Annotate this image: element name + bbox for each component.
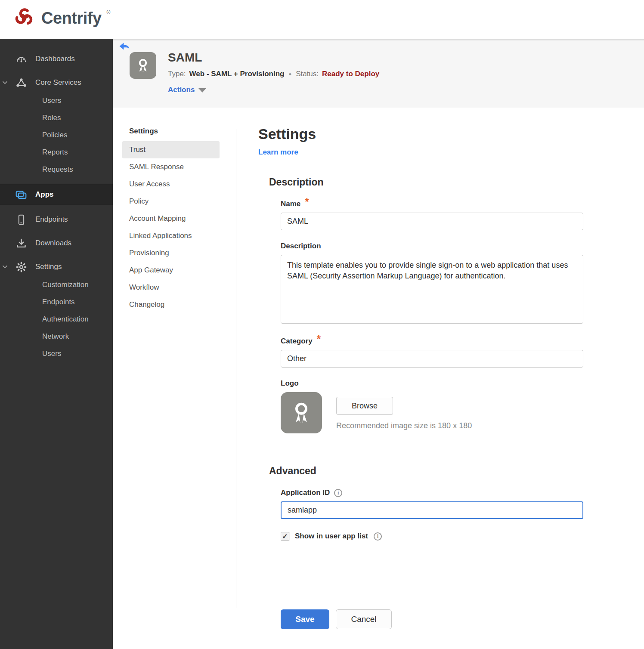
subnav-header: Settings	[122, 127, 220, 141]
subnav-item-policy[interactable]: Policy	[122, 193, 220, 210]
sidebar-item-requests[interactable]: Requests	[0, 161, 113, 178]
category-label: Category	[281, 337, 313, 346]
application-id-label: Application ID	[281, 488, 330, 497]
page-title: Settings	[258, 126, 585, 142]
info-icon[interactable]: i	[334, 489, 342, 497]
sidebar-item-label: Users	[42, 96, 61, 105]
sidebar-item-downloads[interactable]: Downloads	[0, 234, 113, 253]
ribbon-icon	[289, 400, 314, 425]
logo-size-hint: Recommended image size is 180 x 180	[336, 421, 472, 430]
info-icon[interactable]: i	[374, 532, 382, 541]
actions-menu-button[interactable]: Actions	[168, 86, 206, 94]
sidebar-item-network[interactable]: Network	[0, 328, 113, 345]
sidebar-item-label: Network	[42, 332, 69, 341]
description-label: Description	[281, 242, 321, 250]
centrify-logo[interactable]: Centrify ®	[12, 5, 110, 31]
subnav-item-changelog[interactable]: Changelog	[122, 296, 220, 313]
sidebar-item-label: Users	[42, 349, 61, 358]
description-field[interactable]: This template enables you to provide sin…	[281, 255, 583, 324]
sidebar-item-settings[interactable]: Settings	[0, 257, 113, 276]
name-field[interactable]	[281, 213, 583, 230]
sidebar-item-label: Customization	[42, 281, 89, 289]
sidebar-item-label: Downloads	[35, 239, 71, 247]
actions-label: Actions	[168, 86, 195, 94]
type-label: Type:	[168, 70, 186, 78]
subnav-item-trust[interactable]: Trust	[122, 141, 220, 158]
status-label: Status:	[296, 70, 319, 78]
sidebar-item-core-services[interactable]: Core Services	[0, 73, 113, 92]
sidebar-item-endpoints[interactable]: Endpoints	[0, 294, 113, 311]
logo-preview	[281, 392, 322, 433]
description-section-heading: Description	[269, 176, 585, 188]
chevron-down-icon[interactable]	[2, 81, 8, 85]
required-asterisk: *	[305, 199, 309, 204]
meta-dot: •	[288, 70, 291, 78]
sidebar-item-label: Apps	[35, 190, 54, 199]
app-header: SAML Type: Web - SAML + Provisioning • S…	[113, 39, 644, 108]
sidebar-item-label: Settings	[35, 263, 62, 271]
sidebar-item-label: Core Services	[35, 78, 81, 87]
name-label: Name	[281, 200, 300, 208]
learn-more-link[interactable]: Learn more	[258, 148, 298, 157]
show-in-app-list-checkbox[interactable]: ✓	[281, 532, 289, 541]
sidebar-item-label: Endpoints	[35, 215, 68, 224]
settings-icon	[15, 261, 28, 273]
chevron-down-icon[interactable]	[2, 265, 8, 269]
brand-name: Centrify	[41, 5, 102, 31]
app-meta: Type: Web - SAML + Provisioning • Status…	[168, 70, 379, 78]
sidebar-item-label: Reports	[42, 148, 68, 157]
sidebar: DashboardsCore ServicesUsersRolesPolicie…	[0, 39, 113, 649]
subnav-item-account-mapping[interactable]: Account Mapping	[122, 210, 220, 227]
brand-trademark: ®	[107, 9, 111, 15]
sidebar-item-reports[interactable]: Reports	[0, 144, 113, 161]
checkmark-icon: ✓	[282, 532, 288, 541]
app-subnav: SettingsTrustSAML ResponseUser AccessPol…	[122, 127, 220, 313]
app-title: SAML	[168, 51, 202, 65]
content-area: SettingsTrustSAML ResponseUser AccessPol…	[113, 108, 644, 649]
category-field[interactable]	[281, 350, 583, 368]
sidebar-item-label: Requests	[42, 165, 73, 174]
dashboards-icon	[15, 53, 28, 65]
sidebar-item-label: Dashboards	[35, 55, 75, 63]
sidebar-item-users[interactable]: Users	[0, 92, 113, 109]
sidebar-item-label: Roles	[42, 114, 61, 122]
sidebar-item-policies[interactable]: Policies	[0, 127, 113, 144]
endpoints-icon	[15, 213, 28, 226]
downloads-icon	[15, 237, 28, 249]
sidebar-item-label: Endpoints	[42, 298, 75, 306]
app-logo-thumbnail	[130, 52, 156, 79]
subnav-item-workflow[interactable]: Workflow	[122, 279, 220, 296]
sidebar-item-customization[interactable]: Customization	[0, 276, 113, 294]
subnav-item-saml-response[interactable]: SAML Response	[122, 158, 220, 176]
application-id-field[interactable]	[281, 501, 583, 519]
status-badge: Ready to Deploy	[322, 70, 379, 78]
subnav-item-app-gateway[interactable]: App Gateway	[122, 262, 220, 279]
centrify-logo-icon	[12, 5, 36, 31]
ribbon-icon	[135, 57, 151, 74]
required-asterisk: *	[317, 337, 321, 342]
back-arrow-icon[interactable]	[119, 42, 130, 52]
save-button[interactable]: Save	[281, 609, 329, 629]
type-value: Web - SAML + Provisioning	[189, 70, 285, 78]
core-services-icon	[15, 77, 28, 89]
advanced-section-heading: Advanced	[269, 465, 585, 477]
top-bar: Centrify ®	[0, 0, 644, 39]
sidebar-item-label: Policies	[42, 131, 68, 139]
sidebar-item-label: Authentication	[42, 315, 89, 324]
sidebar-item-roles[interactable]: Roles	[0, 109, 113, 127]
sidebar-item-endpoints[interactable]: Endpoints	[0, 210, 113, 229]
sidebar-item-apps[interactable]: Apps	[0, 184, 113, 205]
cancel-button[interactable]: Cancel	[336, 609, 392, 629]
vertical-divider	[236, 129, 236, 608]
chevron-down-icon	[198, 88, 206, 93]
subnav-item-provisioning[interactable]: Provisioning	[122, 244, 220, 262]
sidebar-item-dashboards[interactable]: Dashboards	[0, 49, 113, 68]
apps-icon	[15, 189, 28, 201]
sidebar-item-authentication[interactable]: Authentication	[0, 311, 113, 328]
subnav-item-user-access[interactable]: User Access	[122, 176, 220, 193]
subnav-item-linked-applications[interactable]: Linked Applications	[122, 227, 220, 244]
sidebar-item-users[interactable]: Users	[0, 345, 113, 362]
show-in-app-list-label: Show in user app list	[295, 532, 368, 541]
browse-button[interactable]: Browse	[336, 397, 393, 415]
settings-panel: Settings Learn more Description Name * D…	[258, 108, 585, 629]
